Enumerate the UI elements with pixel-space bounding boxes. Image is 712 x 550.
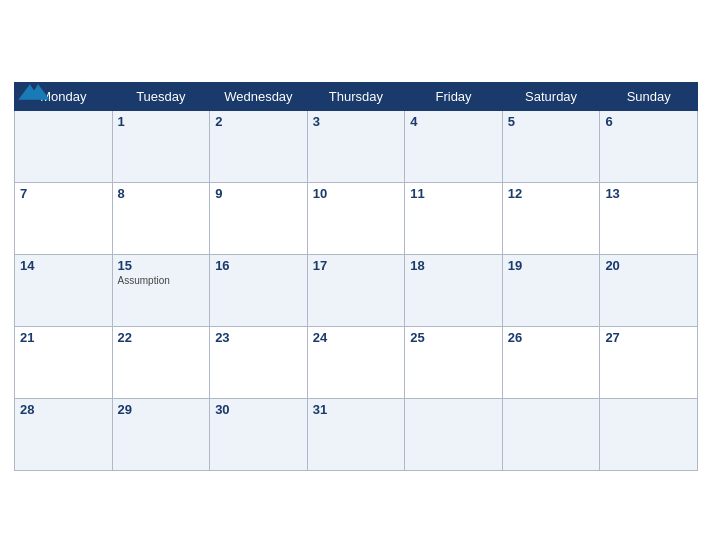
calendar-cell: 31 [307,398,405,470]
calendar-week-row: 1415Assumption1617181920 [15,254,698,326]
day-number: 11 [410,186,497,201]
day-number: 27 [605,330,692,345]
day-number: 8 [118,186,205,201]
day-number: 22 [118,330,205,345]
day-number: 14 [20,258,107,273]
weekday-header-row: Monday Tuesday Wednesday Thursday Friday… [15,82,698,110]
calendar-week-row: 28293031 [15,398,698,470]
day-number: 12 [508,186,595,201]
day-number: 26 [508,330,595,345]
day-number: 15 [118,258,205,273]
day-number: 2 [215,114,302,129]
day-number: 17 [313,258,400,273]
calendar-cell: 1 [112,110,210,182]
calendar-cell: 27 [600,326,698,398]
day-number: 18 [410,258,497,273]
calendar-week-row: 78910111213 [15,182,698,254]
calendar-cell: 10 [307,182,405,254]
day-number: 1 [118,114,205,129]
svg-marker-0 [18,83,50,99]
day-number: 16 [215,258,302,273]
calendar-cell: 8 [112,182,210,254]
header-friday: Friday [405,82,503,110]
calendar-cell: 23 [210,326,308,398]
calendar-cell: 13 [600,182,698,254]
calendar-cell: 30 [210,398,308,470]
calendar-cell: 17 [307,254,405,326]
calendar-cell [600,398,698,470]
day-number: 23 [215,330,302,345]
day-number: 24 [313,330,400,345]
day-number: 13 [605,186,692,201]
calendar-cell: 20 [600,254,698,326]
calendar-cell: 28 [15,398,113,470]
day-number: 9 [215,186,302,201]
calendar-cell: 14 [15,254,113,326]
calendar-cell: 24 [307,326,405,398]
day-number: 19 [508,258,595,273]
day-number: 6 [605,114,692,129]
calendar-cell [405,398,503,470]
day-number: 3 [313,114,400,129]
calendar-cell: 26 [502,326,600,398]
calendar-cell: 18 [405,254,503,326]
calendar-table: Monday Tuesday Wednesday Thursday Friday… [14,82,698,471]
logo-area [14,76,54,102]
calendar-week-row: 21222324252627 [15,326,698,398]
day-number: 4 [410,114,497,129]
calendar-cell: 11 [405,182,503,254]
calendar-cell: 12 [502,182,600,254]
calendar-wrapper: Monday Tuesday Wednesday Thursday Friday… [0,66,712,485]
day-number: 28 [20,402,107,417]
day-number: 5 [508,114,595,129]
calendar-cell: 25 [405,326,503,398]
header-thursday: Thursday [307,82,405,110]
day-number: 7 [20,186,107,201]
day-number: 31 [313,402,400,417]
calendar-cell [15,110,113,182]
calendar-week-row: 123456 [15,110,698,182]
event-label: Assumption [118,275,205,286]
day-number: 21 [20,330,107,345]
calendar-cell: 22 [112,326,210,398]
calendar-cell: 6 [600,110,698,182]
calendar-cell: 9 [210,182,308,254]
calendar-cell: 15Assumption [112,254,210,326]
calendar-cell: 3 [307,110,405,182]
calendar-cell [502,398,600,470]
header-wednesday: Wednesday [210,82,308,110]
calendar-cell: 21 [15,326,113,398]
calendar-cell: 7 [15,182,113,254]
day-number: 29 [118,402,205,417]
day-number: 20 [605,258,692,273]
day-number: 10 [313,186,400,201]
day-number: 25 [410,330,497,345]
calendar-cell: 5 [502,110,600,182]
header-sunday: Sunday [600,82,698,110]
calendar-cell: 16 [210,254,308,326]
calendar-cell: 2 [210,110,308,182]
calendar-cell: 4 [405,110,503,182]
header-tuesday: Tuesday [112,82,210,110]
calendar-cell: 29 [112,398,210,470]
logo-icon [14,76,54,106]
day-number: 30 [215,402,302,417]
header-saturday: Saturday [502,82,600,110]
calendar-cell: 19 [502,254,600,326]
